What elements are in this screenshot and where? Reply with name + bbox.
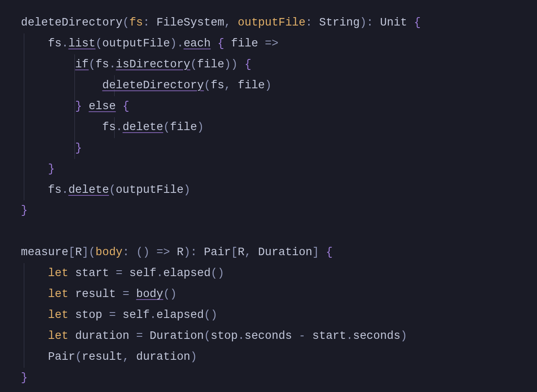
func-call: body: [136, 288, 163, 300]
ident: self: [123, 309, 150, 321]
ident: fs: [95, 58, 109, 71]
kw-let: let: [48, 309, 69, 321]
code-line: deleteDirectory(fs, file): [21, 75, 537, 96]
method-call: elapsed: [156, 309, 204, 321]
ident: fs: [211, 79, 224, 92]
var-name: start: [75, 267, 109, 279]
field: seconds: [245, 330, 292, 342]
lambda-param: file: [231, 37, 258, 50]
type: R: [238, 246, 245, 259]
method-call: elapsed: [163, 267, 210, 279]
func-name: measure: [21, 246, 68, 259]
ident: outputFile: [102, 37, 170, 50]
func-call: deleteDirectory: [102, 79, 204, 92]
var-name: stop: [75, 309, 102, 321]
param: body: [95, 246, 123, 259]
field: seconds: [353, 330, 400, 342]
blank-line: [21, 221, 537, 242]
type: FileSystem: [156, 16, 224, 29]
var-name: result: [75, 288, 116, 300]
type: R: [177, 246, 184, 259]
ident: fs: [48, 184, 61, 196]
kw-let: let: [48, 288, 69, 300]
ident: file: [238, 79, 265, 92]
code-line: let result = body(): [21, 284, 537, 305]
code-line: }: [21, 159, 537, 180]
param: fs: [129, 16, 143, 29]
method-call: isDirectory: [116, 58, 190, 71]
method-call: delete: [123, 121, 163, 133]
code-line: fs.list(outputFile).each { file =>: [21, 33, 537, 54]
code-line: let start = self.elapsed(): [21, 263, 537, 284]
kw-let: let: [48, 330, 69, 342]
code-editor[interactable]: deleteDirectory(fs: FileSystem, outputFi…: [0, 0, 537, 389]
type-param: R: [75, 246, 82, 259]
kw-let: let: [48, 267, 69, 279]
ident: stop: [211, 330, 238, 342]
ident: file: [197, 58, 224, 71]
ident: fs: [102, 121, 115, 133]
code-line: if(fs.isDirectory(file)) {: [21, 54, 537, 75]
ident: outputFile: [116, 184, 184, 196]
code-line: Pair(result, duration): [21, 347, 537, 368]
type: Pair: [204, 246, 231, 259]
method-call: list: [68, 37, 95, 50]
ret-type: Unit: [380, 16, 407, 29]
code-line: }: [21, 138, 537, 159]
code-line: deleteDirectory(fs: FileSystem, outputFi…: [21, 13, 537, 33]
type: String: [319, 16, 360, 29]
var-name: duration: [75, 330, 130, 342]
type: Duration: [258, 246, 312, 259]
code-line: fs.delete(outputFile): [21, 180, 537, 201]
kw-else: else: [89, 100, 116, 113]
code-line: measure[R](body: () => R): Pair[R, Durat…: [21, 242, 537, 263]
ctor-call: Pair: [48, 351, 75, 363]
ident: file: [170, 121, 197, 133]
ident: self: [129, 267, 156, 279]
ident: duration: [136, 351, 190, 363]
method-call: each: [184, 37, 211, 50]
kw-if: if: [75, 58, 89, 71]
func-name: deleteDirectory: [21, 16, 123, 29]
ident: result: [82, 351, 123, 363]
code-line: let duration = Duration(stop.seconds - s…: [21, 326, 537, 347]
ident: start: [312, 330, 346, 342]
ident: fs: [48, 37, 61, 50]
code-line: }: [21, 368, 537, 389]
code-line: fs.delete(file): [21, 117, 537, 138]
ctor-call: Duration: [150, 330, 204, 342]
code-line: } else {: [21, 96, 537, 117]
param: outputFile: [238, 16, 306, 29]
method-call: delete: [68, 184, 109, 196]
code-line: let stop = self.elapsed(): [21, 305, 537, 326]
code-line: }: [21, 200, 537, 221]
